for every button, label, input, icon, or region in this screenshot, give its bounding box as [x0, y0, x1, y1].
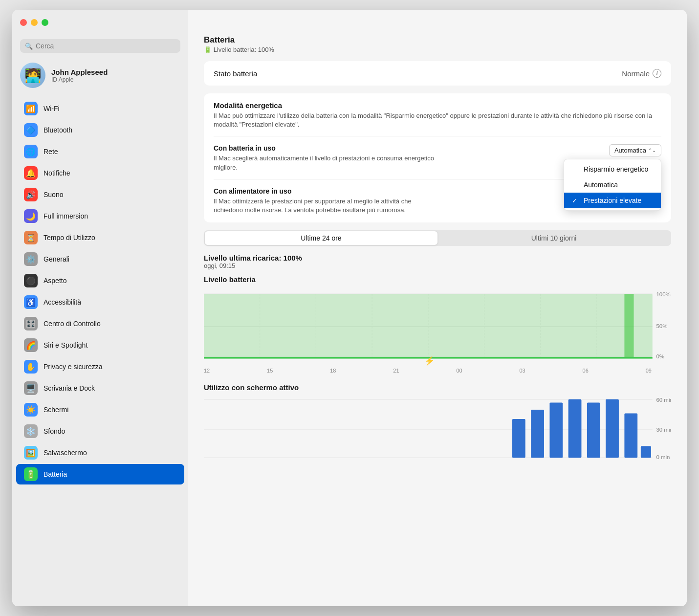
dropdown-item-risparmio-label: Risparmio energetico [584, 165, 648, 173]
close-button[interactable] [20, 19, 27, 26]
svg-text:50%: 50% [656, 323, 667, 329]
svg-rect-26 [624, 414, 637, 458]
sidebar-item-tempo_utilizzo[interactable]: ⏳Tempo di Utilizzo [16, 227, 184, 248]
search-box[interactable]: 🔍 [20, 39, 180, 53]
sidebar-item-siri_spotlight[interactable]: 🌈Siri e Spotlight [16, 335, 184, 355]
suono-label: Suono [44, 191, 63, 198]
dropdown-arrow-icon: ⌃⌄ [648, 148, 656, 153]
page-header: Batteria 🔋 Livello batteria: 100% [204, 35, 671, 53]
svg-text:60 min: 60 min [656, 397, 671, 403]
aspetto-label: Aspetto [44, 277, 66, 285]
sidebar-item-batteria[interactable]: 🔋Batteria [16, 464, 184, 484]
sidebar-item-generali[interactable]: ⚙️Generali [16, 249, 184, 269]
tab-24ore[interactable]: Ultime 24 ore [205, 231, 437, 245]
sidebar-item-salvaschermo[interactable]: 🖼️Salvaschermo [16, 442, 184, 463]
svg-text:⚡: ⚡ [424, 356, 435, 366]
con-batteria-desc: Il Mac sceglierà automaticamente il live… [214, 154, 438, 172]
salvaschermo-label: Salvaschermo [44, 449, 87, 457]
sidebar: 🔍 🧑‍💻 John Appleseed ID Apple 📶Wi-Fi🔷Blu… [12, 10, 188, 606]
modalita-card: Modalità energetica Il Mac può ottimizza… [204, 93, 671, 222]
rete-icon: 🌐 [24, 145, 38, 158]
xaxis-label-21: 21 [393, 368, 399, 374]
sidebar-item-scrivania_dock[interactable]: 🖥️Scrivania e Dock [16, 378, 184, 398]
search-input[interactable] [36, 42, 175, 50]
xaxis-label-00: 00 [456, 368, 462, 374]
titlebar [12, 10, 687, 35]
bluetooth-label: Bluetooth [44, 126, 72, 134]
svg-text:30 min: 30 min [656, 427, 671, 433]
generali-label: Generali [44, 255, 69, 263]
con-batteria-dropdown-value: Automatica [614, 147, 646, 154]
salvaschermo-icon: 🖼️ [24, 446, 38, 460]
sidebar-item-wifi[interactable]: 📶Wi-Fi [16, 98, 184, 119]
sfondo-label: Sfondo [44, 427, 65, 435]
sidebar-item-schermi[interactable]: ☀️Schermi [16, 399, 184, 420]
sidebar-item-bluetooth[interactable]: 🔷Bluetooth [16, 120, 184, 140]
wifi-icon: 📶 [24, 102, 38, 115]
dropdown-item-automatica[interactable]: Automatica [564, 177, 661, 193]
siri_spotlight-icon: 🌈 [24, 338, 38, 352]
main-window: 🔍 🧑‍💻 John Appleseed ID Apple 📶Wi-Fi🔷Blu… [12, 10, 687, 606]
user-name: John Appleseed [51, 68, 108, 76]
dropdown-item-prestazioni[interactable]: ✓ Prestazioni elevate [564, 193, 661, 208]
sidebar-item-privacy_sicurezza[interactable]: ✋Privacy e sicurezza [16, 356, 184, 377]
accessibilita-label: Accessibilità [44, 298, 81, 306]
sidebar-item-rete[interactable]: 🌐Rete [16, 141, 184, 162]
svg-rect-11 [624, 294, 633, 357]
tab-10giorni[interactable]: Ultimi 10 giorni [437, 231, 670, 245]
xaxis-label-15: 15 [267, 368, 273, 374]
sidebar-item-aspetto[interactable]: ⚫Aspetto [16, 270, 184, 291]
battery-chart-wrapper: ⚡ 100% 50% 0% 12 15 18 21 00 03 06 09 [204, 287, 671, 374]
user-section[interactable]: 🧑‍💻 John Appleseed ID Apple [12, 59, 188, 96]
con-batteria-row: Con batteria in uso Il Mac sceglierà aut… [214, 144, 661, 172]
stato-value: Normale i [622, 69, 661, 78]
schermi-icon: ☀️ [24, 403, 38, 417]
con-batteria-dropdown[interactable]: Automatica ⌃⌄ [609, 144, 661, 156]
sidebar-items: 📶Wi-Fi🔷Bluetooth🌐Rete🔔Notifiche🔊Suono🌙Fu… [12, 96, 188, 487]
privacy_sicurezza-label: Privacy e sicurezza [44, 363, 103, 371]
sidebar-item-suono[interactable]: 🔊Suono [16, 184, 184, 205]
centro_controllo-label: Centro di Controllo [44, 320, 101, 328]
stato-label: Stato batteria [214, 69, 257, 78]
page-title: Batteria [204, 35, 671, 45]
sidebar-item-full_immersion[interactable]: 🌙Full immersion [16, 206, 184, 226]
batteria-icon: 🔋 [24, 467, 38, 481]
suono-icon: 🔊 [24, 188, 38, 201]
time-tabs: Ultime 24 ore Ultimi 10 giorni [204, 230, 671, 246]
svg-text:0 min: 0 min [656, 454, 670, 460]
charge-time: oggi, 09:15 [204, 262, 671, 269]
accessibilita-icon: ♿ [24, 295, 38, 309]
con-batteria-left: Con batteria in uso Il Mac sceglierà aut… [214, 144, 609, 172]
info-button[interactable]: i [653, 69, 661, 78]
svg-rect-21 [531, 410, 544, 458]
xaxis-label-12: 12 [204, 368, 210, 374]
usage-chart-svg: 60 min 30 min 0 min [204, 396, 671, 464]
usage-chart-section: Utilizzo con schermo attivo [204, 383, 671, 464]
maximize-button[interactable] [42, 19, 48, 26]
stato-row: Stato batteria Normale i [214, 69, 661, 78]
sidebar-item-notifiche[interactable]: 🔔Notifiche [16, 163, 184, 183]
search-icon: 🔍 [25, 43, 33, 50]
xaxis-label-09: 09 [646, 368, 652, 374]
usage-chart-title: Utilizzo con schermo attivo [204, 383, 671, 392]
xaxis-label-18: 18 [330, 368, 336, 374]
user-subtitle: ID Apple [51, 76, 108, 83]
minimize-button[interactable] [31, 19, 38, 26]
con-batteria-label: Con batteria in uso [214, 144, 609, 152]
battery-xaxis: 12 15 18 21 00 03 06 09 [204, 368, 671, 374]
charge-info: Livello ultima ricarica: 100% oggi, 09:1… [204, 254, 671, 269]
battery-icon-inline: 🔋 [204, 46, 212, 53]
generali-icon: ⚙️ [24, 252, 38, 266]
bluetooth-icon: 🔷 [24, 123, 38, 137]
full_immersion-icon: 🌙 [24, 209, 38, 223]
svg-text:0%: 0% [656, 353, 664, 359]
avatar: 🧑‍💻 [20, 63, 45, 88]
sidebar-item-accessibilita[interactable]: ♿Accessibilità [16, 292, 184, 312]
dropdown-item-risparmio[interactable]: Risparmio energetico [564, 161, 661, 177]
xaxis-label-03: 03 [519, 368, 525, 374]
sidebar-item-sfondo[interactable]: ❄️Sfondo [16, 421, 184, 441]
sidebar-item-centro_controllo[interactable]: 🎛️Centro di Controllo [16, 313, 184, 334]
scrivania_dock-icon: 🖥️ [24, 381, 38, 395]
charge-level: Livello ultima ricarica: 100% [204, 254, 671, 262]
rete-label: Rete [44, 148, 58, 155]
